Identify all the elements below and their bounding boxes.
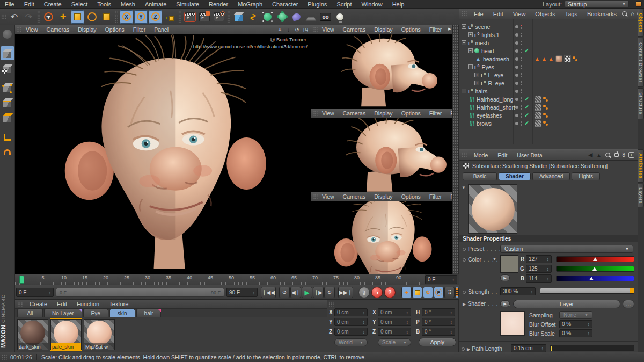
menu-simulate[interactable]: Simulate (171, 1, 204, 8)
viewport-grip[interactable] (312, 111, 318, 117)
visibility-dots[interactable] (521, 57, 522, 61)
b-value-field[interactable]: 114↕ (526, 274, 552, 283)
uvw-tag-icon[interactable] (564, 55, 571, 62)
viewport-right-bottom-canvas[interactable] (311, 201, 452, 274)
add-light-button[interactable] (333, 10, 347, 24)
tree-item-label[interactable]: Eyes (481, 64, 494, 70)
r-slider[interactable] (556, 256, 634, 262)
om-menu-bookmarks[interactable]: Bookmarks (582, 11, 621, 17)
blur-offset-field[interactable]: 0 %↕ (559, 320, 592, 328)
panel-divider[interactable] (452, 25, 459, 274)
vp-menu-view[interactable]: View (318, 193, 339, 200)
vp-menu-view[interactable]: View (318, 110, 339, 117)
tree-item-label[interactable]: Hairhead_long (477, 96, 513, 103)
model-mode-button[interactable] (1, 46, 14, 60)
color-swatch[interactable] (500, 255, 518, 273)
layer-dot[interactable] (515, 74, 518, 77)
tree-item-label[interactable]: scene (475, 24, 490, 30)
viewport-right-middle[interactable]: View Cameras Display Options Filter Pan … (311, 109, 452, 192)
add-cube-button[interactable] (232, 10, 245, 24)
status-grip[interactable] (2, 354, 7, 360)
menu-animate[interactable]: Animate (140, 1, 171, 8)
vp-menu-options[interactable]: Options (397, 110, 425, 117)
vp-menu-view[interactable]: View (318, 26, 339, 33)
tree-item-label[interactable]: brows (477, 120, 492, 127)
tab-basic[interactable]: Basic (463, 172, 497, 180)
menu-mograph[interactable]: MoGraph (233, 1, 267, 8)
viewport-right-top-canvas[interactable] (311, 34, 452, 109)
add-spline-button[interactable]: ∿ (246, 10, 260, 24)
layer-dot[interactable] (515, 41, 518, 45)
material-tab-all[interactable]: All (17, 309, 43, 317)
layer-dot[interactable] (515, 114, 518, 117)
tree-item-label[interactable]: Hairhead_short (477, 104, 515, 111)
search-icon[interactable] (621, 11, 628, 17)
viewport-right-middle-canvas[interactable] (311, 118, 452, 192)
points-mode-button[interactable] (1, 81, 14, 95)
hair-material-tag-icon[interactable] (535, 120, 541, 127)
size-mode-dropdown[interactable]: Scale▼ (378, 338, 411, 346)
viewport-right-bottom[interactable]: View Cameras Display Options Filter Pan … (311, 192, 452, 274)
tab-objects[interactable]: Objects (638, 9, 644, 37)
menu-window[interactable]: Window (357, 1, 387, 8)
vp-menu-filter[interactable]: Filter (425, 110, 446, 117)
phong-tag-icon[interactable] (543, 97, 548, 102)
layer-texture-thumbnail[interactable] (500, 311, 525, 336)
move-tool[interactable]: + (56, 10, 70, 24)
add-panel-icon[interactable]: + (628, 152, 634, 158)
size-y-field[interactable]: 0 cm↕ (378, 318, 411, 326)
expand-toggle[interactable]: + (474, 73, 479, 77)
menu-create[interactable]: Create (39, 1, 67, 8)
keyframe-selection-button[interactable]: ? (384, 287, 396, 298)
play-backwards-button[interactable]: ↺ (279, 287, 290, 298)
loop-mode-button[interactable]: ↻ (324, 287, 335, 298)
vp-menu-filter[interactable]: Filter (425, 193, 446, 200)
tab-structure[interactable]: Structure (638, 88, 644, 119)
key-position-toggle[interactable]: + (401, 287, 412, 298)
vp-menu-filter[interactable]: Filter (129, 26, 150, 33)
om-grip[interactable] (462, 11, 467, 17)
phong-tag-icon[interactable] (543, 113, 548, 118)
menu-render[interactable]: Render (204, 1, 233, 8)
hair-material-tag-icon[interactable] (535, 104, 541, 111)
menu-mesh[interactable]: Mesh (116, 1, 140, 8)
apply-button[interactable]: Apply (419, 338, 456, 346)
tab-content-browser[interactable]: Content Browser (638, 38, 644, 87)
filmstrip-button[interactable] (455, 287, 459, 298)
mat-menu-function[interactable]: Function (72, 301, 104, 307)
vp-menu-view[interactable]: View (21, 26, 42, 33)
vp-menu-display[interactable]: Display (370, 193, 397, 200)
collapse-toggle[interactable]: − (462, 40, 466, 45)
vp-menu-display[interactable]: Display (370, 110, 397, 117)
collapse-toggle[interactable]: − (462, 89, 466, 93)
render-settings-button[interactable] (212, 10, 225, 24)
vp-menu-cameras[interactable]: Cameras (339, 193, 370, 200)
visibility-dots[interactable] (521, 81, 522, 85)
menu-file[interactable]: File (0, 1, 19, 8)
tree-item-label[interactable]: headmesh (483, 56, 509, 62)
lock-icon[interactable] (614, 153, 619, 157)
layer-dot[interactable] (515, 106, 518, 109)
tree-item-label[interactable]: eyelashes (477, 112, 502, 119)
viewport-grip[interactable] (16, 27, 21, 33)
lock-x-axis-button[interactable]: X (120, 10, 133, 24)
viewport-rotate-icon[interactable]: ↺ (294, 27, 301, 33)
rotate-tool[interactable] (85, 10, 99, 24)
om-menu-objects[interactable]: Objects (530, 11, 560, 17)
sampling-dropdown[interactable]: None▼ (559, 311, 592, 319)
shader-preview[interactable] (468, 184, 517, 234)
visibility-dots[interactable] (521, 33, 522, 37)
autokey-button[interactable]: ◑ (371, 287, 383, 298)
timeline-ruler[interactable]: 0 5 10 15 20 25 30 35 40 45 50 55 60 65 … (15, 274, 425, 285)
tree-item-label[interactable]: head (481, 48, 494, 54)
tab-advanced[interactable]: Advanced (532, 172, 570, 180)
material-pale-skin[interactable]: pale_skin (50, 319, 82, 350)
layer-dot[interactable] (515, 66, 518, 69)
tab-lights[interactable]: Lights (572, 172, 600, 180)
key-rotation-toggle[interactable]: ↻ (423, 287, 433, 298)
goto-end-button[interactable]: ▶▶❘ (338, 287, 353, 298)
undo-button[interactable]: ↶ (8, 10, 21, 24)
viewport-grip[interactable] (312, 27, 318, 33)
path-length-slider[interactable] (550, 345, 634, 351)
attr-menu-mode[interactable]: Mode (469, 152, 493, 158)
